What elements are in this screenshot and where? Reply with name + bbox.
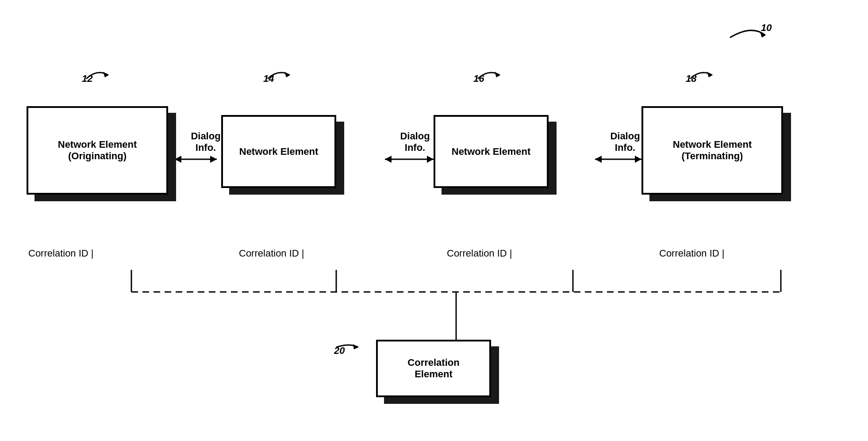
corr-label-2: Correlation ID | — [239, 248, 304, 259]
ref-label-10: 10 — [761, 22, 772, 34]
svg-marker-11 — [427, 156, 434, 163]
ref-label-20: 20 — [334, 345, 345, 357]
dialog-label-1: DialogInfo. — [184, 130, 228, 153]
ne4-label: Network Element(Terminating) — [673, 139, 752, 162]
ne1-box: Network Element(Originating) — [27, 106, 168, 195]
diagram-container: 10 12 14 16 18 20 Network Element(Origin… — [0, 0, 868, 441]
ne1-label: Network Element(Originating) — [58, 139, 137, 162]
ne3-label: Network Element — [452, 146, 531, 157]
ne4-box: Network Element(Terminating) — [641, 106, 783, 195]
ne3-box: Network Element — [434, 115, 549, 188]
ce-box: CorrelationElement — [376, 340, 491, 397]
ref-label-14: 14 — [263, 73, 274, 84]
ne2-label: Network Element — [239, 146, 319, 157]
svg-marker-13 — [595, 156, 602, 163]
ce-label: CorrelationElement — [407, 357, 459, 380]
ref-label-16: 16 — [473, 73, 484, 84]
ne2-box: Network Element — [221, 115, 336, 188]
dialog-label-2: DialogInfo. — [393, 130, 437, 153]
ref-label-12: 12 — [82, 73, 92, 84]
ref-label-18: 18 — [686, 73, 696, 84]
svg-marker-8 — [210, 156, 217, 163]
corr-label-1: Correlation ID | — [28, 248, 94, 259]
svg-marker-14 — [635, 156, 641, 163]
corr-label-4: Correlation ID | — [659, 248, 725, 259]
corr-label-3: Correlation ID | — [447, 248, 512, 259]
dialog-label-3: DialogInfo. — [603, 130, 647, 153]
svg-marker-10 — [385, 156, 392, 163]
svg-marker-5 — [353, 344, 358, 349]
